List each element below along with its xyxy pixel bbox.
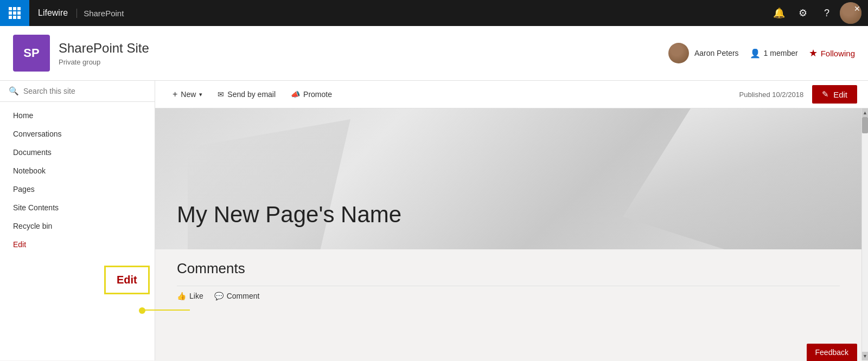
site-logo: SP xyxy=(13,35,50,72)
sidebar: 🔍 Home Conversations Documents Notebook … xyxy=(0,81,155,360)
plus-icon: + xyxy=(173,89,177,99)
edit-button[interactable]: ✎ Edit xyxy=(812,85,857,104)
comment-icon: 💬 xyxy=(214,292,224,300)
tooltip-dot xyxy=(139,307,145,314)
sidebar-item-edit[interactable]: Edit xyxy=(0,235,155,254)
user-avatar xyxy=(668,43,689,63)
page-title: My New Page's Name xyxy=(177,202,401,228)
waffle-icon xyxy=(9,7,21,19)
search-input[interactable] xyxy=(23,87,146,95)
toolbar: + New ▾ ✉ Send by email 📣 Promote Publis… xyxy=(155,81,868,108)
page-content: My New Page's Name Comments 👍 Like 💬 Com… xyxy=(155,108,861,360)
site-info: SharePoint Site Private group xyxy=(59,41,660,66)
member-area: 👤 1 member xyxy=(750,48,798,59)
member-count: 1 member xyxy=(764,49,798,57)
member-icon: 👤 xyxy=(750,48,761,59)
app-name: Lifewire xyxy=(29,8,76,18)
user-area: Aaron Peters xyxy=(668,43,739,63)
following-button[interactable]: ★ Following xyxy=(809,47,855,59)
scroll-down-arrow[interactable]: ▼ xyxy=(862,352,868,360)
edit-tooltip-box: Edit xyxy=(104,266,150,294)
search-icon: 🔍 xyxy=(9,86,19,96)
new-button[interactable]: + New ▾ xyxy=(166,86,209,102)
following-label: Following xyxy=(821,49,855,58)
thumbs-up-icon: 👍 xyxy=(177,292,186,300)
feedback-label: Feedback xyxy=(815,348,848,357)
help-icon[interactable]: ? xyxy=(816,0,838,26)
content-area: + New ▾ ✉ Send by email 📣 Promote Publis… xyxy=(155,81,868,360)
edit-label: Edit xyxy=(833,90,847,99)
like-label: Like xyxy=(189,292,203,300)
site-title: SharePoint Site xyxy=(59,41,660,56)
site-subtitle: Private group xyxy=(59,58,660,66)
like-button[interactable]: 👍 Like xyxy=(177,292,203,300)
pencil-icon: ✎ xyxy=(822,89,829,99)
close-icon[interactable]: ✕ xyxy=(846,0,868,17)
sharepoint-label: SharePoint xyxy=(76,9,124,18)
edit-tooltip-annotation: Edit xyxy=(104,266,150,294)
chevron-down-icon: ▾ xyxy=(199,91,202,98)
settings-icon[interactable]: ⚙ xyxy=(792,0,814,26)
star-icon: ★ xyxy=(809,47,818,59)
email-icon: ✉ xyxy=(218,90,224,99)
promote-icon: 📣 xyxy=(291,90,300,99)
scroll-thumb-area[interactable] xyxy=(862,117,868,352)
sidebar-item-home[interactable]: Home xyxy=(0,106,155,125)
nav-list: Home Conversations Documents Notebook Pa… xyxy=(0,102,155,360)
send-email-label: Send by email xyxy=(227,90,276,99)
sidebar-item-recycle-bin[interactable]: Recycle bin xyxy=(0,217,155,235)
published-text: Published 10/2/2018 xyxy=(739,91,804,99)
notification-icon[interactable]: 🔔 xyxy=(768,0,790,26)
comment-button[interactable]: 💬 Comment xyxy=(214,292,260,300)
sidebar-item-site-contents[interactable]: Site Contents xyxy=(0,198,155,217)
comments-heading: Comments xyxy=(177,260,840,277)
promote-label: Promote xyxy=(303,90,332,99)
comments-section: Comments 👍 Like 💬 Comment xyxy=(155,249,861,317)
tooltip-arrow-line xyxy=(141,310,190,311)
waffle-button[interactable] xyxy=(0,0,29,26)
tooltip-label: Edit xyxy=(117,274,137,286)
promote-button[interactable]: 📣 Promote xyxy=(284,87,339,102)
feedback-button[interactable]: Feedback xyxy=(807,344,857,361)
scroll-up-arrow[interactable]: ▲ xyxy=(862,108,868,117)
send-email-button[interactable]: ✉ Send by email xyxy=(211,87,282,102)
user-name: Aaron Peters xyxy=(694,49,739,57)
site-header: SP SharePoint Site Private group Aaron P… xyxy=(0,26,868,81)
like-comment-bar: 👍 Like 💬 Comment xyxy=(177,286,840,306)
sidebar-item-conversations[interactable]: Conversations xyxy=(0,125,155,143)
new-label: New xyxy=(181,90,196,99)
search-bar: 🔍 xyxy=(0,81,155,102)
topbar: Lifewire SharePoint 🔔 ⚙ ? ✕ xyxy=(0,0,868,26)
scrollbar[interactable]: ▲ ▼ xyxy=(861,108,868,360)
sidebar-item-pages[interactable]: Pages xyxy=(0,180,155,198)
site-header-right: Aaron Peters 👤 1 member ★ Following xyxy=(668,43,855,63)
main-layout: 🔍 Home Conversations Documents Notebook … xyxy=(0,81,868,360)
sidebar-item-notebook[interactable]: Notebook xyxy=(0,162,155,180)
comment-label: Comment xyxy=(227,292,260,300)
hero-image: My New Page's Name xyxy=(155,108,861,249)
sidebar-item-documents[interactable]: Documents xyxy=(0,143,155,162)
scroll-thumb[interactable] xyxy=(862,117,868,133)
